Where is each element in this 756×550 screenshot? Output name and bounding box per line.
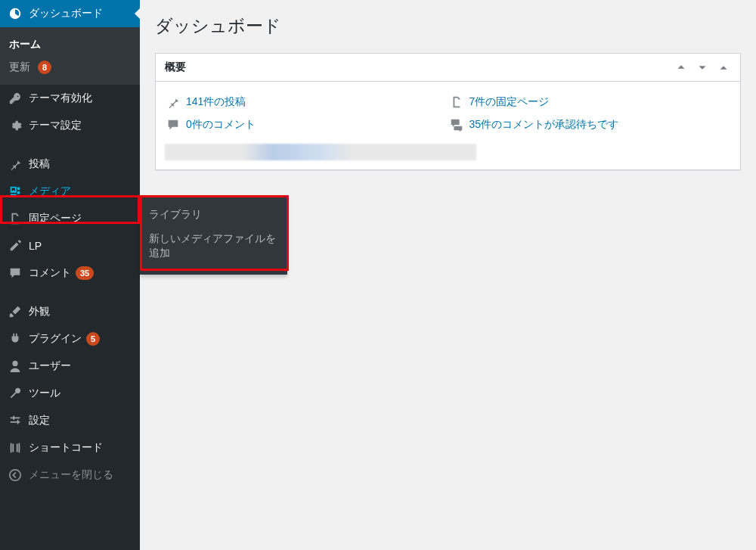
- comments-badge: 35: [76, 266, 94, 280]
- comment-icon: [165, 118, 181, 132]
- sidebar-submenu-dashboard: ホーム 更新 8: [0, 27, 140, 85]
- sidebar-item-label: テーマ有効化: [29, 92, 92, 105]
- admin-sidebar: ダッシュボード ホーム 更新 8 テーマ有効化 テーマ設定 投稿 メディア: [0, 0, 140, 550]
- sidebar-item-label: 外観: [29, 305, 50, 319]
- user-icon: [8, 359, 23, 374]
- overview-comments-link[interactable]: 0件のコメント: [186, 118, 256, 132]
- sidebar-item-label: テーマ設定: [29, 119, 82, 132]
- overview-actions: [674, 60, 731, 75]
- sidebar-subitem-label: 更新: [9, 61, 30, 73]
- sidebar-item-posts[interactable]: 投稿: [0, 151, 140, 178]
- main-content: ダッシュボード 概要: [140, 0, 756, 550]
- dashboard-icon: [8, 6, 23, 21]
- media-flyout: ライブラリ 新しいメディアファイルを追加: [140, 195, 287, 275]
- pin-icon: [165, 95, 181, 109]
- sidebar-subitem-home[interactable]: ホーム: [0, 33, 140, 56]
- svg-point-0: [10, 470, 20, 480]
- pages-icon: [448, 95, 465, 109]
- plugins-badge: 5: [86, 332, 100, 346]
- overview-title: 概要: [165, 61, 186, 74]
- overview-posts-row: 141件の投稿: [165, 91, 448, 113]
- brackets-icon: [8, 440, 23, 455]
- sidebar-subitem-label: ホーム: [9, 38, 41, 50]
- sidebar-item-label: ツール: [29, 387, 60, 400]
- sidebar-item-label: LP: [29, 240, 42, 252]
- sidebar-item-lp[interactable]: LP: [0, 232, 140, 259]
- plugin-icon: [8, 331, 23, 346]
- sliders-icon: [8, 413, 23, 428]
- collapse-icon: [8, 468, 23, 483]
- sidebar-item-label: 設定: [29, 414, 50, 427]
- brush-icon: [8, 304, 23, 319]
- sidebar-item-tools[interactable]: ツール: [0, 380, 140, 407]
- sidebar-item-pages[interactable]: 固定ページ: [0, 205, 140, 232]
- sidebar-item-shortcodes[interactable]: ショートコード: [0, 434, 140, 461]
- sidebar-item-settings[interactable]: 設定: [0, 407, 140, 434]
- comments-multi-icon: [448, 118, 465, 132]
- overview-comments-row: 0件のコメント: [165, 113, 448, 136]
- overview-pending-row: 35件のコメントが承認待ちです: [448, 113, 732, 136]
- gear-icon: [8, 118, 23, 133]
- updates-badge: 8: [38, 61, 51, 74]
- sidebar-item-comments[interactable]: コメント 35: [0, 259, 140, 287]
- sidebar-item-collapse[interactable]: メニューを閉じる: [0, 461, 140, 489]
- overview-body: 141件の投稿 0件のコメント 7件の固定ページ: [156, 82, 740, 169]
- page-title: ダッシュボード: [155, 8, 741, 53]
- comment-icon: [8, 266, 23, 281]
- pages-icon: [8, 211, 23, 226]
- flyout-item-add-new[interactable]: 新しいメディアファイルを追加: [149, 227, 278, 266]
- overview-pages-link[interactable]: 7件の固定ページ: [469, 95, 550, 109]
- sidebar-item-label: 投稿: [29, 157, 50, 171]
- move-down-button[interactable]: [695, 60, 710, 75]
- edit-icon: [8, 238, 23, 253]
- overview-blurred-info: [165, 144, 476, 160]
- flyout-item-library[interactable]: ライブラリ: [149, 203, 278, 227]
- overview-header: 概要: [156, 54, 740, 82]
- overview-box: 概要 141件の投: [155, 53, 741, 170]
- sidebar-item-label: ダッシュボード: [29, 7, 103, 20]
- overview-posts-link[interactable]: 141件の投稿: [186, 95, 246, 109]
- sidebar-subitem-updates[interactable]: 更新 8: [0, 56, 140, 79]
- sidebar-item-label: ユーザー: [29, 359, 71, 373]
- sidebar-item-label: プラグイン: [29, 332, 82, 346]
- sidebar-item-theme-settings[interactable]: テーマ設定: [0, 112, 140, 139]
- sidebar-separator: [0, 143, 140, 147]
- key-icon: [8, 91, 23, 106]
- media-icon: [8, 184, 23, 199]
- sidebar-item-label: 固定ページ: [29, 212, 82, 225]
- sidebar-item-appearance[interactable]: 外観: [0, 298, 140, 325]
- sidebar-item-label: メニューを閉じる: [29, 468, 113, 482]
- overview-pages-row: 7件の固定ページ: [448, 91, 732, 113]
- overview-pending-link[interactable]: 35件のコメントが承認待ちです: [469, 118, 619, 132]
- sidebar-separator: [0, 291, 140, 294]
- sidebar-item-users[interactable]: ユーザー: [0, 353, 140, 380]
- sidebar-item-label: コメント: [29, 266, 71, 280]
- sidebar-item-theme-activate[interactable]: テーマ有効化: [0, 85, 140, 112]
- wrench-icon: [8, 386, 23, 401]
- sidebar-item-plugins[interactable]: プラグイン 5: [0, 325, 140, 353]
- sidebar-item-dashboard[interactable]: ダッシュボード: [0, 0, 140, 27]
- sidebar-item-media[interactable]: メディア: [0, 178, 140, 205]
- sidebar-item-label: メディア: [29, 185, 71, 198]
- pin-icon: [8, 157, 23, 172]
- move-up-button[interactable]: [674, 60, 689, 75]
- toggle-panel-button[interactable]: [716, 60, 731, 75]
- sidebar-item-label: ショートコード: [29, 441, 103, 455]
